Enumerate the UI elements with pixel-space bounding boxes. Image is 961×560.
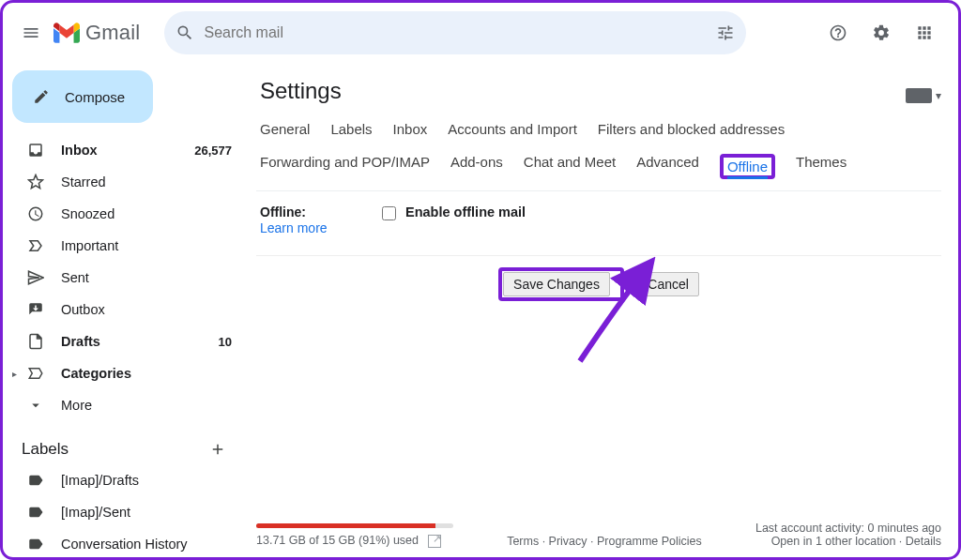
- keyboard-icon: [906, 88, 932, 103]
- sidebar-item-label: Sent: [61, 270, 232, 285]
- star-icon: [27, 174, 44, 190]
- gmail-wordmark: Gmail: [85, 21, 140, 45]
- sidebar-item-outbox[interactable]: Outbox: [3, 294, 243, 325]
- inbox-icon: [27, 142, 44, 159]
- details-link[interactable]: Details: [906, 535, 941, 548]
- tab-labels[interactable]: Labels: [330, 121, 372, 137]
- outbox-icon: [27, 301, 44, 318]
- storage-bar: [256, 523, 453, 528]
- label-item-text: [Imap]/Sent: [61, 505, 232, 520]
- storage-text: 13.71 GB of 15 GB (91%) used: [256, 534, 419, 547]
- tab-forwarding-and-pop-imap[interactable]: Forwarding and POP/IMAP: [260, 154, 430, 179]
- sidebar-item-count: 26,577: [194, 144, 232, 158]
- apps-grid-icon: [915, 23, 934, 42]
- activity-line1: Last account activity: 0 minutes ago: [755, 522, 941, 535]
- tab-accounts-and-import[interactable]: Accounts and Import: [448, 121, 577, 137]
- gear-icon: [872, 23, 891, 42]
- external-link-icon[interactable]: [428, 535, 441, 548]
- label-item-text: [Imap]/Drafts: [61, 473, 232, 488]
- tab-add-ons[interactable]: Add-ons: [450, 154, 503, 179]
- compose-button[interactable]: Compose: [12, 70, 153, 123]
- menu-button[interactable]: [12, 14, 50, 52]
- apps-button[interactable]: [906, 14, 943, 52]
- page-title: Settings: [260, 78, 342, 104]
- caret-down-icon: ▾: [936, 89, 941, 102]
- gmail-logo[interactable]: Gmail: [53, 21, 140, 45]
- policies-link[interactable]: Programme Policies: [597, 535, 702, 548]
- enable-offline-label: Enable offline mail: [405, 204, 526, 219]
- caret-right-icon: ▸: [12, 369, 17, 379]
- sidebar-item-label: Drafts: [61, 334, 219, 349]
- plus-icon[interactable]: [209, 441, 226, 458]
- compose-label: Compose: [65, 89, 125, 105]
- sidebar-item-count: 10: [219, 335, 232, 349]
- sidebar-item-label: Important: [61, 238, 232, 253]
- tab-filters-and-blocked-addresses[interactable]: Filters and blocked addresses: [598, 121, 785, 137]
- labels-heading: Labels: [22, 440, 69, 459]
- search-bar[interactable]: [164, 11, 746, 54]
- sidebar-item-label: Outbox: [61, 302, 232, 317]
- sidebar-item-more[interactable]: More: [3, 389, 243, 421]
- input-tool-selector[interactable]: ▾: [906, 88, 941, 103]
- search-input[interactable]: [204, 24, 716, 41]
- pencil-icon: [33, 88, 50, 105]
- save-button[interactable]: Save Changes: [503, 272, 610, 296]
- footer: 13.71 GB of 15 GB (91%) used Terms · Pri…: [256, 522, 941, 548]
- sidebar-item-drafts[interactable]: Drafts10: [3, 325, 243, 357]
- storage-block: 13.71 GB of 15 GB (91%) used: [256, 523, 453, 548]
- category-icon: [27, 365, 44, 382]
- sidebar-item-label: Starred: [61, 174, 232, 189]
- important-icon: [27, 237, 44, 254]
- help-icon: [829, 23, 847, 42]
- settings-tabs: GeneralLabelsInboxAccounts and ImportFil…: [256, 117, 941, 191]
- gmail-m-icon: [53, 23, 80, 43]
- tab-general[interactable]: General: [260, 121, 310, 137]
- label-item[interactable]: Conversation History: [3, 528, 243, 560]
- header-actions: [819, 14, 949, 52]
- cancel-button[interactable]: Cancel: [637, 272, 699, 296]
- label-icon: [27, 536, 44, 552]
- label-item[interactable]: [Imap]/Drafts: [3, 464, 243, 496]
- sidebar-item-label: More: [61, 398, 232, 413]
- label-item-text: Conversation History: [61, 537, 232, 552]
- offline-section: Offline: Learn more Enable offline mail: [256, 191, 941, 256]
- button-row: Save Changes Cancel: [256, 256, 941, 329]
- sidebar-item-label: Snoozed: [61, 206, 232, 221]
- learn-more-link[interactable]: Learn more: [260, 220, 328, 235]
- tab-inbox[interactable]: Inbox: [393, 121, 428, 137]
- sidebar-item-snoozed[interactable]: Snoozed: [3, 198, 243, 230]
- terms-link[interactable]: Terms: [507, 535, 539, 548]
- highlight-tab[interactable]: Offline: [720, 154, 775, 179]
- sidebar-item-important[interactable]: Important: [3, 230, 243, 262]
- enable-offline-checkbox[interactable]: [382, 206, 396, 220]
- sidebar-item-inbox[interactable]: Inbox26,577: [3, 134, 243, 166]
- app-header: Gmail: [3, 3, 958, 63]
- sidebar: Compose Inbox26,577StarredSnoozedImporta…: [3, 63, 243, 557]
- sidebar-item-starred[interactable]: Starred: [3, 166, 243, 198]
- tune-icon[interactable]: [716, 23, 735, 42]
- help-button[interactable]: [819, 14, 857, 52]
- tab-themes[interactable]: Themes: [796, 154, 847, 179]
- label-icon: [27, 504, 44, 521]
- expand-icon: [27, 397, 44, 414]
- settings-button[interactable]: [862, 14, 900, 52]
- privacy-link[interactable]: Privacy: [549, 535, 587, 548]
- highlight-save: Save Changes: [498, 267, 624, 301]
- sidebar-item-sent[interactable]: Sent: [3, 262, 243, 294]
- label-icon: [27, 472, 44, 489]
- tab-advanced[interactable]: Advanced: [636, 154, 699, 179]
- sidebar-item-categories[interactable]: ▸Categories: [3, 357, 243, 389]
- sidebar-item-label: Inbox: [61, 143, 194, 158]
- hamburger-icon: [22, 23, 40, 42]
- offline-heading: Offline:: [260, 204, 382, 219]
- search-icon: [175, 23, 194, 42]
- send-icon: [27, 269, 44, 286]
- tab-chat-and-meet[interactable]: Chat and Meet: [524, 154, 616, 179]
- drafts-icon: [27, 333, 44, 350]
- settings-panel: Settings ▾ GeneralLabelsInboxAccounts an…: [243, 63, 958, 557]
- clock-icon: [27, 205, 44, 222]
- label-item[interactable]: [Imap]/Sent: [3, 496, 243, 528]
- tab-offline[interactable]: Offline: [727, 159, 768, 179]
- open-locations-link[interactable]: Open in 1 other location: [771, 535, 896, 548]
- sidebar-item-label: Categories: [61, 366, 232, 381]
